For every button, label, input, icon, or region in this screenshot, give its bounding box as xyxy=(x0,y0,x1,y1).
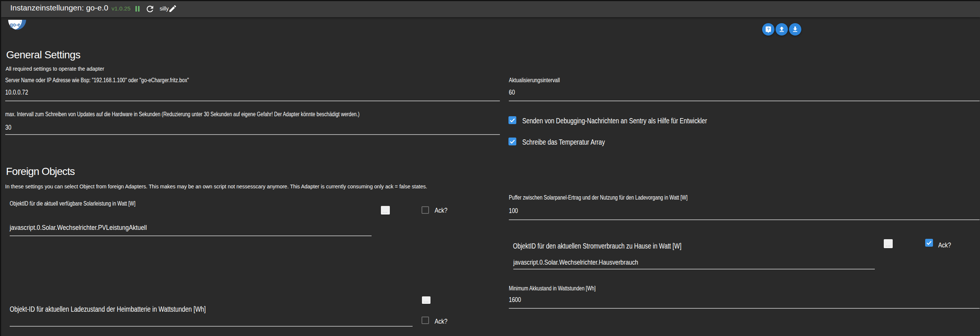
svg-text:?: ? xyxy=(767,27,770,31)
svg-text:go-e: go-e xyxy=(10,21,20,28)
